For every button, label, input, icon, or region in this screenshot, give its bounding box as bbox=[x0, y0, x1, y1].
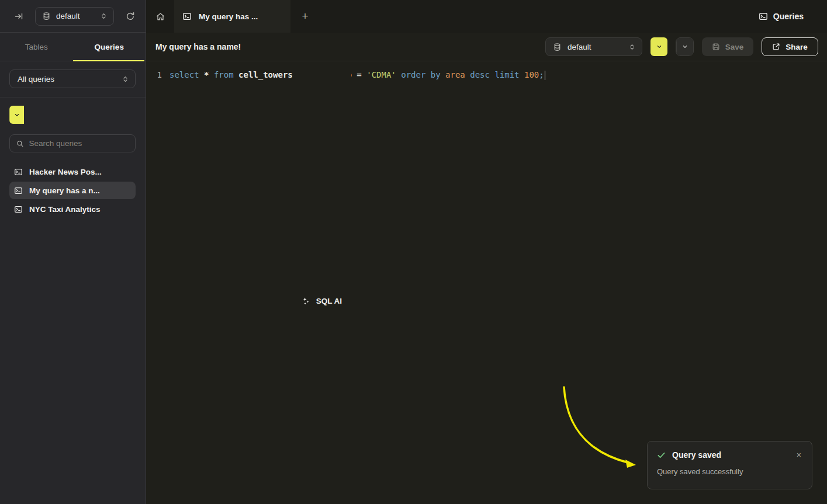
sidebar-tabs: Tables Queries bbox=[0, 33, 146, 61]
chevron-updown-icon bbox=[100, 12, 108, 20]
sql-editor[interactable]: 1 select * from cell_towers where radio … bbox=[146, 61, 827, 81]
chevron-down-icon bbox=[656, 43, 663, 50]
terminal-icon bbox=[14, 205, 23, 214]
query-filter-section: All queries bbox=[0, 61, 146, 98]
query-toolbar: My query has a name! default Run bbox=[146, 33, 827, 61]
share-icon bbox=[772, 43, 780, 51]
queries-indicator-label: Queries bbox=[773, 12, 804, 21]
plus-icon: + bbox=[302, 10, 308, 23]
line-number: 1 bbox=[155, 69, 162, 81]
tab-my-query[interactable]: My query has ... bbox=[174, 0, 290, 33]
terminal-icon bbox=[759, 12, 768, 21]
terminal-icon bbox=[14, 168, 23, 176]
queries-indicator[interactable]: Queries bbox=[759, 0, 827, 33]
search-section bbox=[0, 126, 146, 158]
toolbar-database-value: default bbox=[568, 43, 622, 51]
run-dropdown-button[interactable] bbox=[650, 37, 667, 56]
sidebar-tab-tables[interactable]: Tables bbox=[0, 33, 73, 61]
tab-strip: My query has ... + Queries bbox=[146, 0, 827, 33]
save-icon bbox=[712, 43, 720, 51]
query-filter-value: All queries bbox=[18, 75, 122, 84]
new-query-dropdown-button[interactable] bbox=[9, 106, 24, 124]
query-item-label: NYC Taxi Analytics bbox=[29, 205, 101, 214]
sql-code: select * from cell_towers where radio = … bbox=[169, 69, 544, 81]
code-line: 1 select * from cell_towers where radio … bbox=[146, 69, 827, 81]
sidebar: Tables Queries All queries + New query bbox=[0, 33, 146, 504]
toast-query-saved: Query saved × Query saved successfully bbox=[647, 441, 812, 489]
toast-title: Query saved bbox=[672, 450, 788, 460]
sql-ai-dropdown-button[interactable] bbox=[676, 38, 693, 55]
refresh-icon[interactable] bbox=[122, 8, 139, 25]
text-caret bbox=[545, 71, 546, 80]
topbar-database-select[interactable]: default bbox=[35, 7, 114, 26]
sidebar-tab-queries[interactable]: Queries bbox=[73, 33, 146, 61]
query-list-item-selected[interactable]: My query has a n... bbox=[9, 182, 136, 199]
toast-message: Query saved successfully bbox=[657, 467, 804, 476]
close-icon[interactable]: × bbox=[794, 450, 804, 460]
search-queries-input[interactable] bbox=[29, 139, 129, 148]
main-panel: My query has a name! default Run bbox=[146, 33, 827, 504]
database-icon bbox=[42, 12, 51, 20]
save-label: Save bbox=[725, 43, 744, 51]
check-icon bbox=[657, 451, 666, 460]
terminal-icon bbox=[14, 186, 23, 195]
topbar-left: default bbox=[0, 0, 146, 33]
home-button[interactable] bbox=[146, 0, 174, 33]
new-tab-button[interactable]: + bbox=[290, 0, 320, 33]
topbar-database-value: default bbox=[56, 12, 95, 20]
topbar: default My query has ... + bbox=[0, 0, 827, 33]
query-title: My query has a name! bbox=[155, 42, 241, 51]
share-button[interactable]: Share bbox=[762, 37, 818, 56]
save-button[interactable]: Save bbox=[702, 37, 753, 56]
annotation-arrow bbox=[146, 33, 827, 504]
toolbar-database-select[interactable]: default bbox=[545, 37, 642, 56]
share-label: Share bbox=[786, 43, 808, 51]
query-list-item[interactable]: Hacker News Pos... bbox=[9, 163, 136, 180]
query-item-label: Hacker News Pos... bbox=[29, 168, 102, 176]
query-list: Hacker News Pos... My query has a n... N… bbox=[0, 158, 146, 218]
collapse-sidebar-icon[interactable] bbox=[11, 8, 27, 25]
chevron-updown-icon bbox=[122, 75, 129, 83]
database-icon bbox=[553, 43, 562, 51]
query-filter-select[interactable]: All queries bbox=[9, 69, 136, 88]
sql-console-app: default My query has ... + bbox=[0, 0, 827, 504]
chevron-down-icon bbox=[13, 112, 20, 119]
search-icon bbox=[16, 140, 23, 148]
query-list-item[interactable]: NYC Taxi Analytics bbox=[9, 200, 136, 218]
tab-label: My query has ... bbox=[199, 12, 258, 21]
query-item-label: My query has a n... bbox=[29, 186, 100, 195]
new-query-section: + New query bbox=[0, 98, 146, 126]
home-icon bbox=[155, 12, 165, 22]
chevron-updown-icon bbox=[628, 43, 636, 51]
terminal-icon bbox=[182, 12, 192, 21]
chevron-down-icon bbox=[681, 43, 688, 50]
